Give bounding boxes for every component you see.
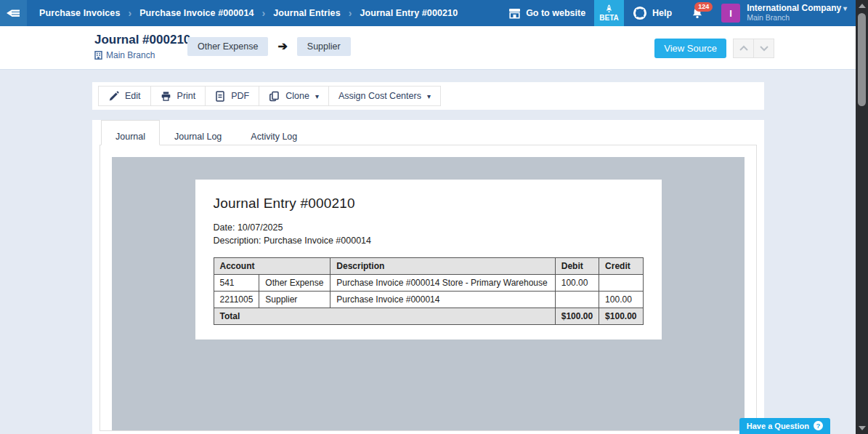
flow-source-badge[interactable]: Other Expense (187, 37, 268, 56)
tab-journal-log[interactable]: Journal Log (160, 120, 236, 145)
assign-cost-centers-button[interactable]: Assign Cost Centers (328, 86, 441, 106)
tab-bar: Journal Journal Log Activity Log (92, 120, 764, 145)
view-source-button[interactable]: View Source (654, 39, 726, 58)
have-a-question-button[interactable]: Have a Question ? (739, 418, 830, 434)
document-title: Journal Entry #000210 (214, 196, 644, 212)
page-header: Journal #000210 Main Branch Other Expens… (0, 26, 868, 70)
table-row: 2211005 Supplier Purchase Invoice #00001… (214, 292, 643, 308)
question-icon: ? (814, 421, 823, 430)
clone-icon (269, 91, 280, 102)
branch-label: Main Branch (106, 50, 155, 60)
rocket-icon (604, 4, 615, 13)
tab-content: Journal Entry #000210 Date: 10/07/2025 D… (100, 145, 757, 431)
collapse-menu-icon (7, 8, 20, 18)
collapse-sidebar-button[interactable] (0, 0, 27, 26)
arrow-right-icon: ➔ (277, 41, 287, 52)
top-navbar: Purchase Invoices Purchase Invoice #0000… (0, 0, 868, 26)
notifications-button[interactable]: 124 (681, 0, 714, 26)
journal-document: Journal Entry #000210 Date: 10/07/2025 D… (195, 180, 662, 339)
clone-button[interactable]: Clone (259, 86, 329, 106)
scrollbar-up-arrow[interactable] (856, 0, 868, 12)
account-code-cell: 2211005 (214, 292, 259, 308)
previous-record-button[interactable] (733, 39, 754, 58)
main-content: Edit Print PDF (0, 70, 868, 434)
building-icon (94, 51, 102, 60)
description-cell: Purchase Invoice #000014 Store - Primary… (330, 275, 555, 292)
help-button[interactable]: Help (624, 0, 681, 26)
breadcrumb-purchase-invoices[interactable]: Purchase Invoices (39, 8, 120, 18)
total-label-cell: Total (214, 308, 555, 325)
go-to-website-link[interactable]: Go to website (500, 0, 594, 26)
table-total-row: Total $100.00 $100.00 (214, 308, 643, 325)
journal-entries-table: Account Description Debit Credit 541 Oth… (214, 257, 644, 325)
scrollbar-down-arrow[interactable] (856, 422, 868, 434)
print-button[interactable]: Print (150, 86, 206, 106)
notification-count-badge: 124 (694, 2, 713, 12)
document-description-line: Description: Purchase Invoice #000014 (214, 234, 644, 247)
printer-icon (161, 91, 171, 102)
journal-panel: Journal Journal Log Activity Log Journal… (92, 120, 764, 434)
breadcrumb-journal-entries[interactable]: Journal Entries (273, 8, 341, 18)
document-description-value: Purchase Invoice #000014 (264, 236, 371, 246)
tab-journal[interactable]: Journal (101, 120, 160, 145)
account-code-cell: 541 (214, 275, 259, 292)
chevron-up-icon (739, 45, 749, 52)
account-name-cell: Supplier (259, 292, 330, 308)
description-cell: Purchase Invoice #000014 (330, 292, 555, 308)
edit-button[interactable]: Edit (98, 86, 151, 106)
document-date-line: Date: 10/07/2025 (214, 221, 644, 234)
breadcrumb-purchase-invoice-000014[interactable]: Purchase Invoice #000014 (139, 8, 253, 18)
pdf-button[interactable]: PDF (205, 86, 259, 106)
next-record-button[interactable] (753, 39, 774, 58)
credit-cell: 100.00 (599, 292, 643, 308)
column-header-description: Description (330, 258, 555, 275)
total-debit-cell: $100.00 (555, 308, 599, 325)
company-menu[interactable]: I International Company Main Branch (714, 0, 850, 26)
company-avatar: I (721, 4, 740, 23)
vertical-scrollbar[interactable] (856, 0, 868, 434)
debit-cell (555, 292, 599, 308)
table-row: 541 Other Expense Purchase Invoice #0000… (214, 275, 643, 292)
life-ring-help-icon (633, 6, 647, 20)
flow-target-badge[interactable]: Supplier (297, 37, 351, 56)
account-flow: Other Expense ➔ Supplier (187, 37, 351, 56)
journal-preview-panel: Journal Entry #000210 Date: 10/07/2025 D… (112, 157, 745, 430)
pdf-file-icon (215, 91, 225, 102)
table-header-row: Account Description Debit Credit (214, 258, 643, 275)
company-branch: Main Branch (747, 13, 847, 23)
beta-badge[interactable]: BETA (594, 0, 624, 26)
debit-cell: 100.00 (555, 275, 599, 292)
pencil-icon (108, 91, 119, 102)
account-name-cell: Other Expense (259, 275, 330, 292)
toolbar: Edit Print PDF (92, 82, 764, 110)
column-header-credit: Credit (599, 258, 643, 275)
breadcrumb-journal-entry-000210[interactable]: Journal Entry #000210 (360, 8, 458, 18)
tab-activity-log[interactable]: Activity Log (236, 120, 312, 145)
breadcrumb: Purchase Invoices Purchase Invoice #0000… (39, 0, 458, 26)
column-header-account: Account (214, 258, 330, 275)
storefront-icon (508, 8, 521, 19)
scrollbar-thumb[interactable] (858, 13, 866, 106)
total-credit-cell: $100.00 (599, 308, 643, 325)
company-name: International Company (747, 4, 847, 13)
chevron-down-icon (759, 45, 769, 52)
credit-cell (599, 275, 643, 292)
document-date-value: 10/07/2025 (238, 222, 283, 233)
column-header-debit: Debit (555, 258, 599, 275)
